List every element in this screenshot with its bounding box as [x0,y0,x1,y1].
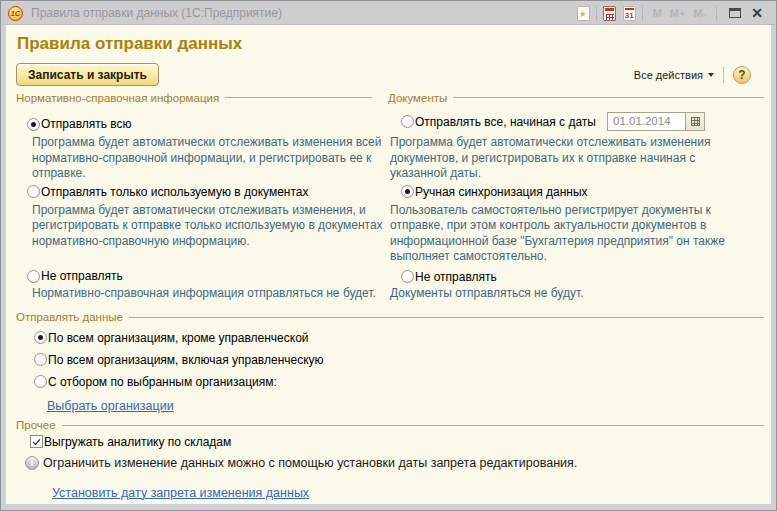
1c-app-icon: 1С [8,6,23,21]
desc-send-docs-from-date: Программа будет автоматически отслеживат… [390,135,742,182]
window-title: Правила отправки данных (1С:Предприятие) [31,6,282,20]
radio-icon [27,185,40,198]
form-content: Правила отправки данных Записать и закры… [6,25,771,504]
radio-all-orgs-including-management[interactable]: По всем организациям, включая управленче… [34,353,764,367]
info-text: Ограничить изменение данных можно с помо… [43,456,577,470]
memory-minus-button[interactable]: М- [693,7,706,19]
radio-icon [34,331,47,344]
info-icon: i [25,456,39,470]
title-bar: 1С Правила отправки данных (1С:Предприят… [2,2,775,25]
separator [596,6,597,21]
radio-selected-orgs[interactable]: С отбором по выбранным организациям: [34,375,764,389]
separator [716,6,717,21]
radio-icon [401,115,414,128]
help-button[interactable]: ? [733,66,751,84]
separator [642,6,643,21]
desc-send-all-nsi: Программа будет автоматически отслеживат… [32,135,384,182]
group-send-data: Отправлять данные По всем организациям, … [16,311,764,414]
all-actions-button[interactable]: Все действия [634,69,714,81]
radio-icon [34,375,47,388]
select-organizations-link[interactable]: Выбрать организации [47,399,174,413]
radio-send-docs-from-date[interactable]: Отправлять все, начиная с даты 01.01.201… [401,112,764,131]
desc-manual-sync: Пользователь самостоятельно регистрирует… [390,203,742,265]
checkbox-icon [30,435,43,448]
group-nsi-header: Нормативно-справочная информация [16,91,372,104]
close-button[interactable]: ✕ [751,6,763,20]
start-date-input[interactable]: 01.01.2014 [607,112,686,131]
radio-no-send-nsi[interactable]: Не отправлять [27,269,372,283]
group-send-data-header: Отправлять данные [16,311,764,324]
radio-all-orgs-except-management[interactable]: По всем организациям, кроме управленческ… [34,331,764,345]
save-and-close-button[interactable]: Записать и закрыть [16,63,159,86]
desc-no-send-docs: Документы отправляться не будут. [390,286,742,302]
desc-no-send-nsi: Нормативно-справочная информация отправл… [32,286,384,302]
group-other-header: Прочее [16,419,764,432]
radio-manual-sync[interactable]: Ручная синхронизация данных [401,185,764,199]
calendar-grid-icon [691,117,700,126]
radio-icon [27,270,40,283]
memory-plus-button[interactable]: М+ [670,7,686,19]
info-row: i Ограничить изменение данных можно с по… [25,456,764,470]
set-restriction-date-link[interactable]: Установить дату запрета изменения данных [52,486,309,500]
toolbar: Записать и закрыть Все действия ? [16,63,751,86]
group-documents-header: Документы [388,91,764,104]
radio-icon [401,270,414,283]
group-nsi: Нормативно-справочная информация Отправл… [16,91,372,302]
checkbox-export-warehouse-analytics[interactable]: Выгружать аналитику по складам [30,435,764,449]
page-title: Правила отправки данных [17,34,771,54]
radio-icon [401,185,414,198]
radio-icon [27,118,40,131]
group-documents: Документы Отправлять все, начиная с даты… [388,91,764,302]
radio-send-used-nsi[interactable]: Отправлять только используемую в докумен… [27,185,372,199]
window: 1С Правила отправки данных (1С:Предприят… [0,0,777,511]
memory-recall-button[interactable]: М [653,7,662,19]
calendar-icon[interactable]: 31 [623,6,636,21]
date-picker-button[interactable] [686,112,705,131]
radio-send-all-nsi[interactable]: Отправлять всю [27,117,372,131]
radio-icon [34,353,47,366]
maximize-button[interactable] [729,8,741,18]
group-other: Прочее Выгружать аналитику по складам i … [16,419,764,501]
calculator-icon[interactable] [603,6,616,21]
separator [723,67,724,83]
favorites-icon[interactable] [577,6,590,21]
radio-no-send-docs[interactable]: Не отправлять [401,270,764,284]
desc-send-used-nsi: Программа будет автоматически отслеживат… [32,203,384,250]
chevron-down-icon [708,73,714,77]
